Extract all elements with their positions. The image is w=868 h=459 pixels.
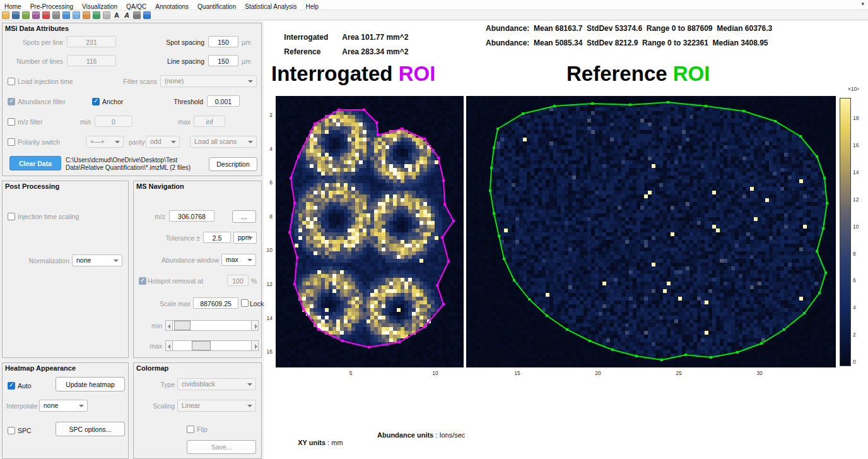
polarity-switch-label: Polarity switch [18, 138, 60, 146]
max-slider-label: max [143, 342, 162, 350]
save-icon[interactable] [12, 11, 20, 19]
min-slider-label: min [143, 322, 162, 330]
mz-min-field[interactable]: 0 [95, 116, 132, 127]
injection-time-scaling-checkbox[interactable] [8, 213, 15, 220]
description-button[interactable]: Description [209, 157, 257, 171]
normalization-dropdown[interactable]: none [72, 254, 122, 266]
min-slider[interactable] [165, 320, 259, 331]
units-row: XY units : mm Abundance units : Ions/sec [290, 431, 669, 459]
abundance-window-dropdown[interactable]: max [221, 254, 256, 266]
number-of-lines-field[interactable]: 116 [67, 55, 116, 66]
abundance-units: Abundance units : Ions/sec [377, 431, 465, 439]
window-menu-caret[interactable]: ▾ [861, 1, 864, 7]
load-injection-time-checkbox[interactable] [8, 78, 15, 85]
font-a-icon[interactable]: A [113, 11, 120, 19]
spc-label: SPC [18, 427, 32, 434]
interpolate-dropdown[interactable]: none [39, 400, 88, 412]
colorbar [840, 98, 851, 366]
reference-heatmap-canvas[interactable] [466, 96, 836, 367]
xy-units-label: XY units [298, 439, 326, 446]
axis-tick-label: 10 [429, 370, 442, 376]
interrogated-heatmap-canvas[interactable] [276, 96, 464, 367]
stat-abundance: Abundance: Mean 68163.7 StdDev 53374.6 R… [486, 24, 772, 33]
auto-checkbox[interactable] [8, 382, 15, 390]
min-slider-thumb[interactable] [174, 321, 191, 330]
hotspot-percent-field[interactable]: 100 [227, 275, 249, 286]
roi-polygon-icon[interactable] [42, 11, 50, 19]
colormap-panel: Colormap Type cividisblack Scaling Linea… [133, 362, 262, 459]
axis-tick-label: 16 [255, 349, 273, 355]
import-data-icon[interactable] [22, 11, 30, 19]
colormap-save-button[interactable]: Save... [187, 440, 256, 454]
mz-filter-checkbox[interactable] [8, 118, 15, 126]
min-slider-track[interactable] [172, 320, 252, 331]
spots-per-line-label: Spots per line [5, 39, 63, 46]
zoom-out-icon[interactable] [73, 11, 80, 19]
colormap-scaling-label: Scaling [150, 402, 175, 410]
injection-time-scaling-label: Injection time scaling [18, 213, 79, 220]
title-prefix: Reference [566, 62, 673, 85]
filter-scans-label: Filter scans [97, 78, 157, 85]
axis-tick-label: 14 [853, 169, 865, 176]
max-slider[interactable] [165, 340, 259, 351]
ruler-icon[interactable] [103, 11, 110, 19]
polarity-mode-dropdown[interactable]: +—+ [86, 136, 124, 148]
tolerance-field[interactable]: 2.5 [203, 232, 231, 243]
threshold-field[interactable]: 0.001 [207, 95, 240, 107]
axis-tick-label: 4 [255, 146, 273, 152]
gear-icon[interactable] [133, 11, 141, 19]
max-slider-thumb[interactable] [192, 341, 211, 350]
toolbar-icons: AA [2, 11, 153, 19]
spots-per-line-field[interactable]: 231 [67, 36, 116, 47]
abundance-filter-checkbox[interactable] [8, 98, 15, 105]
info-icon[interactable] [143, 11, 151, 19]
min-slider-right-arrow[interactable] [251, 320, 259, 331]
title-prefix: Interrogated [271, 62, 399, 85]
load-all-scans-dropdown[interactable]: Load all scans [190, 136, 257, 148]
mz-value-field[interactable]: 306.0768 [169, 210, 214, 222]
line-spacing-field[interactable]: 150 [208, 55, 238, 66]
spc-options-button[interactable]: SPC options... [56, 422, 125, 436]
clear-data-button[interactable]: Clear Data [9, 156, 61, 170]
anchor-checkbox[interactable] [92, 98, 100, 105]
panel-title: Colormap [136, 364, 168, 372]
datatip-icon[interactable] [93, 11, 100, 19]
flip-checkbox[interactable] [187, 426, 194, 433]
scale-max-field[interactable]: 887609.25 [193, 297, 238, 309]
spot-spacing-field[interactable]: 150 [208, 36, 238, 47]
axis-tick-label: 6 [853, 277, 865, 283]
axis-tick-label: 8 [255, 213, 273, 220]
open-icon[interactable] [2, 11, 9, 19]
tolerance-unit-dropdown[interactable]: ppm [233, 232, 257, 244]
colormap-scaling-dropdown[interactable]: Linear [177, 400, 256, 412]
pan-icon[interactable] [83, 11, 90, 19]
hotspot-removal-checkbox[interactable] [139, 277, 146, 285]
axis-tick-label: 0 [853, 359, 865, 365]
mz-max-label: max [172, 118, 191, 126]
abundance-window-label: Abundance window [140, 256, 219, 264]
font-a-italic-icon[interactable]: A [123, 11, 131, 19]
normalization-label: Normalization [8, 257, 69, 265]
crop-icon[interactable] [52, 11, 60, 19]
colormap-type-dropdown[interactable]: cividisblack [177, 378, 256, 390]
load-injection-time-label: Load injection time [18, 78, 73, 85]
mz-max-field[interactable]: inf [194, 116, 225, 127]
update-heatmap-button[interactable]: Update heatmap [56, 377, 125, 391]
abundance-filter-label: Abundance filter [18, 98, 66, 105]
max-slider-track[interactable] [172, 340, 252, 351]
parity-label: parity [129, 138, 145, 146]
mz-browse-button[interactable]: ... [232, 210, 256, 223]
axis-tick-label: 12 [853, 196, 865, 203]
ms-navigation-panel: MS Navigation m/z 306.0768 ... Tolerance… [133, 181, 262, 358]
interrogated-roi-title: Interrogated ROI [271, 62, 435, 86]
axis-tick-label: 16 [853, 142, 865, 148]
polarity-switch-checkbox[interactable] [8, 138, 15, 146]
filter-scans-dropdown[interactable]: (none) [160, 75, 257, 87]
zoom-in-icon[interactable] [62, 11, 70, 19]
panel-title: MS Navigation [136, 182, 184, 190]
scale-max-label: Scale max [146, 300, 191, 307]
spc-checkbox[interactable] [8, 427, 15, 434]
lock-checkbox[interactable] [241, 299, 249, 307]
export-data-icon[interactable] [32, 11, 40, 19]
parity-dropdown[interactable]: odd [146, 136, 180, 148]
